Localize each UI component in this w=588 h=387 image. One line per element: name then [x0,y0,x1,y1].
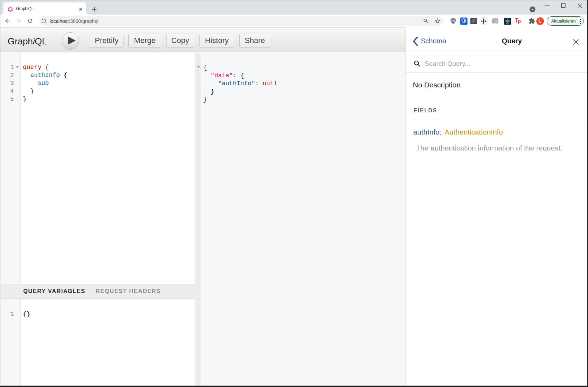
svg-text:P: P [472,19,475,24]
svg-text:UO: UO [452,19,455,22]
